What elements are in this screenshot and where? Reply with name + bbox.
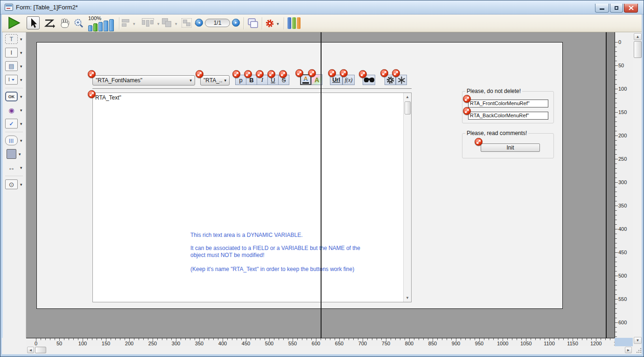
- properties-dropdown-arrow[interactable]: ▾: [277, 21, 279, 26]
- font-name-dropdown[interactable]: "RTA_FontNames" ▾: [92, 75, 195, 86]
- chevron-down-icon[interactable]: ▾: [20, 64, 22, 69]
- explorer-button[interactable]: [287, 17, 301, 29]
- object-method-badge-icon[interactable]: [340, 69, 348, 77]
- input-tool-icon[interactable]: I: [5, 48, 18, 57]
- form-pages-button[interactable]: [247, 17, 259, 31]
- form-properties-button[interactable]: [265, 19, 274, 30]
- init-button[interactable]: Init: [481, 143, 540, 152]
- scroll-left-button[interactable]: ◄: [27, 347, 34, 353]
- group-objects-button[interactable]: [182, 18, 192, 28]
- object-method-badge-icon[interactable]: [232, 70, 240, 78]
- palette-item-text-tool[interactable]: T▾: [0, 32, 26, 46]
- horizontal-scrollbar[interactable]: ◄ ►: [26, 346, 633, 354]
- object-method-badge-icon[interactable]: [380, 69, 388, 77]
- splitter-tool-icon[interactable]: ↔: [5, 163, 18, 172]
- rich-text-area[interactable]: RTA_Text" ▲ ▼ This rich text area is a D…: [92, 93, 412, 302]
- palette-item-button-tool[interactable]: OK▾: [0, 90, 26, 103]
- object-method-badge-icon[interactable]: [196, 70, 203, 78]
- scroll-up-button[interactable]: ▲: [634, 33, 642, 40]
- level-dropdown-arrow[interactable]: ▾: [175, 21, 177, 26]
- object-method-badge-icon[interactable]: [308, 69, 316, 77]
- palette-item-input-tool[interactable]: I▾: [0, 46, 26, 59]
- palette-item-tab-control-tool[interactable]: |||▾: [0, 134, 26, 147]
- chevron-down-icon[interactable]: ▾: [20, 78, 22, 82]
- object-method-badge-icon[interactable]: [295, 69, 303, 77]
- page-indicator[interactable]: 1/1: [205, 19, 230, 27]
- zoom-bar-current[interactable]: [93, 23, 98, 31]
- palette-item-radio-tool[interactable]: ◉▾: [0, 103, 26, 117]
- chevron-down-icon[interactable]: ▾: [20, 108, 22, 113]
- object-method-badge-icon[interactable]: [359, 70, 367, 78]
- button-tool-icon[interactable]: OK: [5, 92, 18, 101]
- chevron-down-icon[interactable]: ▾: [19, 152, 21, 157]
- form-canvas[interactable]: "RTA_FontNames" ▾ "RTA_... ▾ pBIUS A A U…: [26, 32, 615, 338]
- align-dropdown-arrow[interactable]: ▾: [133, 21, 135, 26]
- combobox-tool-icon[interactable]: I: [5, 75, 18, 85]
- palette-item-combobox-tool[interactable]: I▾: [0, 73, 26, 86]
- palette-item-plugin-tool[interactable]: ⊙▾: [0, 178, 26, 191]
- rectangle-tool-icon[interactable]: [7, 149, 16, 159]
- zoom-bar-1[interactable]: [88, 25, 92, 31]
- chevron-down-icon[interactable]: ▾: [20, 50, 22, 55]
- object-method-badge-icon[interactable]: [88, 90, 96, 98]
- plugin-tool-icon[interactable]: ⊙: [5, 179, 18, 189]
- tab-control-tool-icon[interactable]: |||: [5, 136, 18, 145]
- zoom-bars[interactable]: [88, 19, 115, 31]
- font-size-dropdown[interactable]: "RTA_... ▾: [200, 75, 230, 86]
- palette-item-listbox-tool[interactable]: ▤▾: [0, 59, 26, 73]
- object-method-badge-icon[interactable]: [475, 138, 483, 146]
- chevron-down-icon[interactable]: ▾: [20, 165, 22, 170]
- minimize-button[interactable]: [595, 4, 609, 13]
- vertical-scroll-thumb[interactable]: [634, 41, 642, 58]
- checkbox-tool-icon[interactable]: ✓: [5, 119, 18, 129]
- pan-tool-button[interactable]: [59, 18, 70, 31]
- zoom-bar-5[interactable]: [109, 19, 114, 31]
- entry-order-tool-button[interactable]: [44, 18, 55, 30]
- distribute-dropdown-arrow[interactable]: ▾: [157, 21, 160, 26]
- object-method-badge-icon[interactable]: [267, 70, 275, 78]
- object-method-badge-icon[interactable]: [392, 69, 400, 77]
- align-objects-button[interactable]: [122, 19, 129, 27]
- scroll-down-icon[interactable]: ▼: [405, 296, 410, 300]
- horizontal-scroll-thumb[interactable]: [35, 347, 46, 353]
- chevron-down-icon[interactable]: ▾: [20, 182, 22, 187]
- vertical-scrollbar[interactable]: ▲ ▼: [633, 32, 643, 345]
- chevron-down-icon[interactable]: ▾: [20, 94, 22, 99]
- close-button[interactable]: [624, 4, 638, 13]
- object-method-badge-icon[interactable]: [279, 70, 287, 78]
- text-area-scrollbar[interactable]: ▲ ▼: [403, 93, 411, 302]
- maximize-button[interactable]: [610, 4, 623, 13]
- palette-item-rectangle-tool[interactable]: ▾: [0, 147, 26, 161]
- move-level-button[interactable]: [162, 18, 171, 27]
- scroll-right-button[interactable]: ►: [625, 347, 632, 353]
- form-page[interactable]: "RTA_FontNames" ▾ "RTA_... ▾ pBIUS A A U…: [36, 42, 563, 309]
- zoom-bar-4[interactable]: [104, 21, 108, 31]
- object-method-badge-icon[interactable]: [244, 70, 252, 78]
- distribute-objects-button[interactable]: [142, 18, 154, 27]
- scroll-down-button[interactable]: ▼: [634, 337, 642, 344]
- palette-item-checkbox-tool[interactable]: ✓▾: [0, 117, 26, 130]
- next-page-button[interactable]: ▸: [232, 19, 240, 27]
- previous-page-button[interactable]: ◂: [195, 19, 203, 27]
- chevron-down-icon[interactable]: ▾: [20, 121, 22, 126]
- scrollbar-thumb[interactable]: [405, 101, 411, 114]
- chevron-down-icon[interactable]: ▾: [20, 138, 22, 143]
- object-method-badge-icon[interactable]: [88, 70, 96, 78]
- radio-tool-icon[interactable]: ◉: [5, 105, 18, 115]
- run-form-button[interactable]: [7, 16, 21, 31]
- resize-corner[interactable]: [633, 345, 643, 354]
- back-color-menu-ref-input[interactable]: RTA_BackColorMenuRef": [468, 112, 548, 120]
- zoom-tool-button[interactable]: [73, 18, 85, 32]
- scroll-up-icon[interactable]: ▲: [405, 95, 410, 99]
- object-method-badge-icon[interactable]: [463, 95, 471, 103]
- chevron-down-icon[interactable]: ▾: [20, 37, 22, 42]
- front-color-menu-ref-input[interactable]: RTA_FrontColorMenuRef": [468, 100, 548, 107]
- palette-item-splitter-tool[interactable]: ↔▾: [0, 161, 26, 174]
- text-tool-icon[interactable]: T: [5, 34, 18, 44]
- zoom-bar-3[interactable]: [98, 22, 103, 31]
- object-method-badge-icon[interactable]: [256, 70, 264, 78]
- object-method-badge-icon[interactable]: [463, 107, 471, 115]
- listbox-tool-icon[interactable]: ▤: [5, 61, 18, 71]
- selection-tool-button[interactable]: [27, 16, 40, 29]
- title-bar[interactable]: Form: [Table_1]Form2*: [0, 0, 644, 14]
